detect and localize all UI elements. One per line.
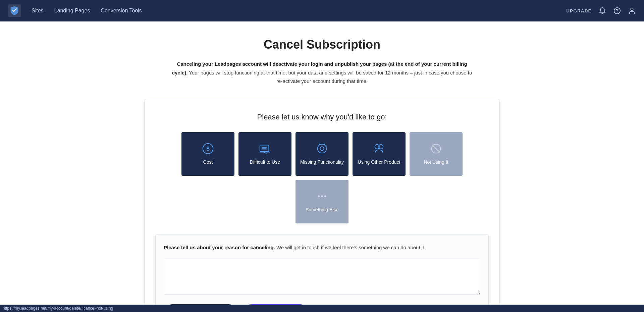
svg-point-12 — [318, 144, 327, 153]
navbar: Sites Landing Pages Conversion Tools Upg… — [0, 0, 644, 21]
svg-point-21 — [318, 196, 320, 198]
svg-point-13 — [320, 147, 324, 151]
upgrade-button[interactable]: Upgrade — [566, 8, 592, 13]
page-title: Cancel Subscription — [144, 38, 500, 52]
reason-missing[interactable]: Missing Functionality — [296, 132, 348, 176]
reason-something-else[interactable]: Something Else — [296, 180, 348, 223]
reason-difficult[interactable]: Difficult to Use — [238, 132, 291, 176]
feedback-textarea[interactable] — [164, 258, 480, 295]
not-using-icon — [430, 142, 442, 155]
reason-other-product[interactable]: Using Other Product — [353, 132, 406, 176]
svg-line-16 — [326, 146, 327, 147]
svg-point-22 — [321, 196, 323, 198]
svg-point-3 — [631, 8, 633, 10]
cost-icon: $ — [202, 142, 214, 155]
cancel-card: Please let us know why you'd like to go:… — [144, 99, 500, 312]
svg-point-23 — [324, 196, 326, 198]
bell-icon[interactable] — [598, 7, 606, 15]
nav-links: Sites Landing Pages Conversion Tools — [32, 8, 142, 14]
nav-link-conversion-tools[interactable]: Conversion Tools — [101, 8, 142, 14]
nav-link-sites[interactable]: Sites — [32, 8, 44, 14]
reason-other-product-label: Using Other Product — [358, 159, 400, 165]
other-product-icon — [373, 142, 385, 155]
nav-link-landing-pages[interactable]: Landing Pages — [54, 8, 90, 14]
main-content: Cancel Subscription Canceling your Leadp… — [138, 21, 506, 312]
reason-cost-label: Cost — [203, 159, 213, 165]
card-heading: Please let us know why you'd like to go: — [155, 113, 489, 121]
status-bar: https://my.leadpages.net/my-account/dele… — [0, 305, 644, 312]
help-icon[interactable] — [613, 7, 621, 15]
logo-icon[interactable] — [8, 4, 21, 17]
svg-line-14 — [319, 144, 320, 145]
svg-line-20 — [432, 145, 440, 153]
feedback-prompt-bold: Please tell us about your reason for can… — [164, 245, 275, 250]
reason-something-else-label: Something Else — [306, 207, 338, 213]
reason-not-using[interactable]: Not Using It — [410, 132, 463, 176]
user-icon[interactable] — [628, 7, 636, 15]
nav-left: Sites Landing Pages Conversion Tools — [8, 4, 142, 17]
reason-cost[interactable]: $ Cost — [181, 132, 234, 176]
something-else-icon — [316, 190, 328, 203]
subtitle-rest: Your pages will stop functioning at that… — [187, 70, 472, 84]
missing-icon — [316, 142, 328, 155]
reason-missing-label: Missing Functionality — [300, 159, 344, 165]
page-subtitle: Canceling your Leadpages account will de… — [171, 60, 473, 86]
svg-text:$: $ — [206, 146, 210, 152]
feedback-prompt: Please tell us about your reason for can… — [164, 244, 480, 252]
nav-right: Upgrade — [566, 7, 636, 15]
feedback-section: Please tell us about your reason for can… — [155, 234, 489, 312]
svg-line-15 — [324, 144, 325, 145]
reason-difficult-label: Difficult to Use — [250, 159, 280, 165]
reason-not-using-label: Not Using It — [424, 159, 448, 165]
feedback-prompt-rest: We will get in touch if we feel there's … — [275, 245, 426, 250]
reason-options: $ Cost Difficult to Use — [155, 132, 489, 223]
status-url: https://my.leadpages.net/my-account/dele… — [3, 306, 113, 311]
difficult-icon — [259, 142, 271, 155]
